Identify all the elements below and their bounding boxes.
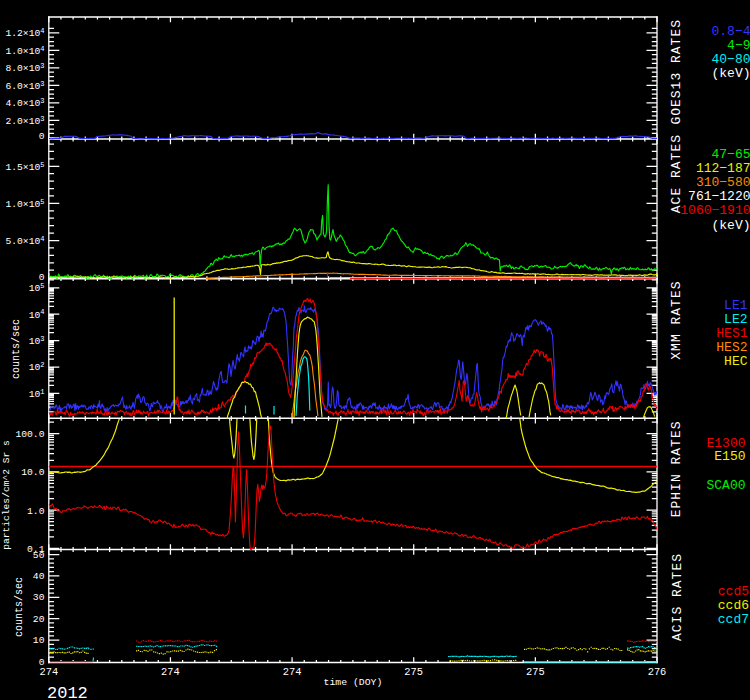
svg-text:E150: E150 [714,449,745,464]
svg-text:EPHIN RATES: EPHIN RATES [670,420,685,517]
svg-text:1.0: 1.0 [27,506,45,517]
svg-text:HES1: HES1 [716,326,747,341]
svg-text:274: 274 [283,666,302,678]
svg-text:276: 276 [648,666,667,678]
svg-text:HES2: HES2 [716,340,747,355]
svg-text:761−1220: 761−1220 [688,189,750,204]
svg-text:274: 274 [161,666,180,678]
svg-text:50: 50 [33,550,45,561]
svg-text:100.0: 100.0 [15,429,44,440]
svg-text:particles/cm^2 Sr s: particles/cm^2 Sr s [1,440,12,549]
svg-text:2.0×103: 2.0×103 [5,115,44,127]
svg-text:6.0×103: 6.0×103 [5,80,44,92]
svg-text:4−9: 4−9 [727,38,750,53]
svg-text:8.0×103: 8.0×103 [5,62,44,74]
svg-text:275: 275 [526,666,545,678]
svg-text:20: 20 [33,614,45,625]
svg-text:1.5×105: 1.5×105 [5,161,44,173]
svg-text:0.8−4: 0.8−4 [711,24,750,39]
svg-text:(keV): (keV) [711,66,750,81]
svg-text:LE2: LE2 [724,312,747,327]
svg-text:ccd6: ccd6 [718,598,749,613]
svg-text:1060−1910: 1060−1910 [680,203,750,218]
svg-text:4.0×103: 4.0×103 [5,97,44,109]
svg-text:0: 0 [39,131,45,142]
svg-text:(keV): (keV) [711,218,750,233]
svg-text:LE1: LE1 [724,298,748,313]
svg-text:1.2×104: 1.2×104 [5,27,44,39]
svg-text:275: 275 [404,666,423,678]
svg-text:40−80: 40−80 [711,52,750,67]
svg-text:HEC: HEC [724,354,748,369]
svg-text:counts/sec: counts/sec [11,319,22,379]
svg-text:time (DOY): time (DOY) [324,677,383,688]
svg-text:counts/sec: counts/sec [14,577,25,637]
svg-text:ACIS RATES: ACIS RATES [670,553,685,641]
svg-text:5.0×104: 5.0×104 [5,235,44,247]
svg-text:0: 0 [39,272,45,283]
svg-text:1.0×104: 1.0×104 [5,45,44,57]
svg-text:47−65: 47−65 [711,147,750,162]
svg-text:SCA00: SCA00 [706,478,745,493]
svg-text:274: 274 [39,666,58,678]
svg-text:30: 30 [33,592,45,603]
svg-text:1.0×105: 1.0×105 [5,198,44,210]
svg-text:112−187: 112−187 [696,161,750,176]
svg-text:XMM RATES: XMM RATES [670,280,685,359]
svg-text:ACE RATES: ACE RATES [670,134,685,213]
svg-text:40: 40 [33,571,45,582]
svg-text:10.0: 10.0 [21,467,44,478]
svg-text:ccd7: ccd7 [718,612,749,627]
svg-text:ccd5: ccd5 [718,584,749,599]
svg-text:310−580: 310−580 [696,175,750,190]
svg-text:GOES13 RATES: GOES13 RATES [670,19,685,125]
svg-text:10: 10 [33,635,45,646]
svg-text:2012: 2012 [47,684,88,700]
